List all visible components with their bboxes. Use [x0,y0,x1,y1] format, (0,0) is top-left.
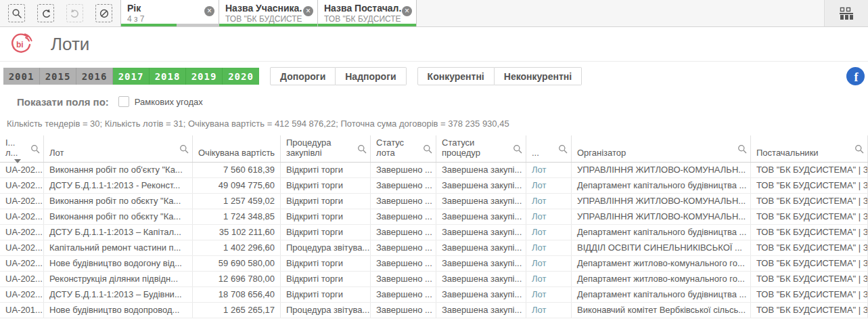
cell-procedure-statuses[interactable]: Завершена закупі... [436,209,526,224]
selection-chip-1[interactable]: Рік4 з 7× [120,0,219,26]
table-row[interactable]: UA-202...Реконструкція ділянки підвідн..… [0,272,868,287]
year-button-2001[interactable]: 2001 [3,68,40,85]
table-row[interactable]: UA-202...Капітальний ремонт частини п...… [0,240,868,256]
cell-suppliers[interactable]: ТОВ "БК БУДСИСТЕМА" | З... [751,272,868,286]
cell-id[interactable]: UA-202... [0,287,44,302]
cell-lot[interactable]: Нове будівництво водопровод... [44,303,193,318]
table-row[interactable]: UA-202...ДСТУ Б.Д.1.1-1:2013 - Реконст..… [0,178,868,194]
step-forward-icon[interactable] [66,4,83,22]
cell-lot[interactable]: ДСТУ Б.Д.1.1-1:2013 – Будівни... [44,287,193,302]
search-icon[interactable] [30,144,40,154]
search-icon[interactable] [179,144,189,154]
cell-lot-status[interactable]: Завершено ... [371,240,436,255]
cell-more[interactable]: Лот [526,287,572,302]
cell-procedure[interactable]: Відкриті торги [281,225,371,240]
cell-suppliers[interactable]: ТОВ "БК БУДСИСТЕМА" | З... [751,209,868,224]
cell-lot-status[interactable]: Завершено ... [371,256,436,271]
cell-id[interactable]: UA-202... [0,225,44,240]
cell-lot[interactable]: Реконструкція ділянки підвідн... [44,272,193,286]
column-header-id[interactable]: І...л... [0,135,44,162]
column-header-procedure[interactable]: Процедуразакупівлі [281,135,371,162]
search-icon[interactable] [423,144,432,154]
cell-suppliers[interactable]: ТОВ "БК БУДСИСТЕМА" | З... [751,225,868,240]
cell-id[interactable]: UA-202... [0,178,44,193]
cell-more[interactable]: Лот [526,272,572,286]
cell-lot[interactable]: Виконання робіт по об'єкту "Ка... [44,163,193,177]
cell-lot[interactable]: Капітальний ремонт частини п... [44,240,193,255]
cell-organizer[interactable]: УПРАВЛІННЯ ЖИТЛОВО-КОМУНАЛЬН... [572,209,751,224]
clear-selections-icon[interactable] [95,4,112,22]
cell-organizer[interactable]: УПРАВЛІННЯ ЖИТЛОВО-КОМУНАЛЬН... [572,163,751,177]
threshold-button-2[interactable]: Надпороги [336,67,406,85]
competition-button-1[interactable]: Конкурентні [417,67,495,85]
column-header-lot-status[interactable]: Статуслота [371,135,436,162]
column-header-suppliers[interactable]: Постачальники [751,135,868,162]
cell-procedure-statuses[interactable]: Завершена закупі... [436,256,526,271]
cell-more[interactable]: Лот [526,194,572,209]
framework-checkbox[interactable] [118,96,129,107]
smart-search-icon[interactable] [8,4,25,22]
cell-more[interactable]: Лот [526,256,572,271]
table-row[interactable]: UA-202...Нове будівництво водогону від..… [0,256,868,272]
cell-procedure[interactable]: Відкриті торги [281,178,371,193]
cell-expected-value[interactable]: 35 102 211,60 [193,225,281,240]
cell-lot-status[interactable]: Завершено ... [371,225,436,240]
search-icon[interactable] [854,144,864,154]
search-icon[interactable] [558,144,568,154]
cell-lot-status[interactable]: Завершено ... [371,163,436,177]
cell-expected-value[interactable]: 1 265 265,17 [193,303,281,318]
facebook-icon[interactable]: f [846,66,865,86]
cell-suppliers[interactable]: ТОВ "БК БУДСИСТЕМА" | З... [751,194,868,209]
cell-organizer[interactable]: Департамент капітального будівництва ... [572,178,751,193]
cell-organizer[interactable]: ВІДДІЛ ОСВІТИ СИНЕЛЬНИКІВСЬКОЇ ... [572,240,751,255]
year-button-2018[interactable]: 2018 [150,68,186,85]
year-button-2020[interactable]: 2020 [223,68,259,85]
year-button-2015[interactable]: 2015 [40,68,76,85]
cell-procedure-statuses[interactable]: Завершена закупі... [436,163,526,177]
cell-expected-value[interactable]: 49 094 775,60 [193,178,281,193]
cell-suppliers[interactable]: ТОВ "БК БУДСИСТЕМА" | З... [751,240,868,255]
cell-lot-status[interactable]: Завершено ... [371,272,436,286]
cell-lot-status[interactable]: Завершено ... [371,194,436,209]
column-header-organizer[interactable]: Організатор [572,135,751,162]
cell-procedure-statuses[interactable]: Завершена закупі... [436,178,526,193]
cell-procedure[interactable]: Відкриті торги [281,209,371,224]
table-row[interactable]: UA-202...Виконання робіт по об'єкту "Ка.… [0,163,868,178]
cell-lot-status[interactable]: Завершено ... [371,178,436,193]
cell-procedure[interactable]: Відкриті торги [281,194,371,209]
cell-more[interactable]: Лот [526,303,572,318]
cell-procedure[interactable]: Відкриті торги [281,163,371,177]
cell-lot[interactable]: Виконання робіт по обєкту "Ка... [44,194,193,209]
cell-more[interactable]: Лот [526,209,572,224]
cell-suppliers[interactable]: ТОВ "БК БУДСИСТЕМА" | З... [751,178,868,193]
cell-lot[interactable]: ДСТУ Б.Д.1.1-1:2013 - Реконст... [44,178,193,193]
table-row[interactable]: UA-202...Виконання робіт по обєкту "Ка..… [0,194,868,209]
cell-lot-status[interactable]: Завершено ... [371,287,436,302]
cell-id[interactable]: UA-202... [0,256,44,271]
year-button-2019[interactable]: 2019 [186,68,223,85]
cell-id[interactable]: UA-202... [0,209,44,224]
cell-lot[interactable]: Нове будівництво водогону від... [44,256,193,271]
sheet-navigator-button[interactable] [824,0,868,26]
cell-procedure[interactable]: Процедура звітува... [281,303,371,318]
column-header-procedure-statuses[interactable]: Статусипроцедур [436,135,526,162]
cell-procedure[interactable]: Процедура звітува... [281,240,371,255]
cell-expected-value[interactable]: 59 690 580,00 [193,256,281,271]
year-button-2017[interactable]: 2017 [113,68,150,85]
cell-organizer[interactable]: Виконавчий комітет Вербківської сільсь..… [572,303,751,318]
cell-procedure[interactable]: Відкриті торги [281,256,371,271]
cell-lot[interactable]: ДСТУ Б.Д.1.1-1:2013 – Капітал... [44,225,193,240]
competition-button-2[interactable]: Неконкурентні [495,67,582,85]
column-header-more[interactable]: ... [526,135,572,162]
cell-procedure[interactable]: Відкриті торги [281,272,371,286]
cell-procedure[interactable]: Відкриті торги [281,287,371,302]
cell-suppliers[interactable]: ТОВ "БК БУДСИСТЕМА" | З... [751,287,868,302]
selection-chip-2[interactable]: Назва Учасника...ТОВ "БК БУДСИСТЕ...× [219,0,318,26]
column-header-expected-value[interactable]: Очікувана вартість [193,135,281,162]
cell-suppliers[interactable]: ТОВ "БК БУДСИСТЕМА" | З... [751,163,868,177]
cell-id[interactable]: UA-202... [0,240,44,255]
cell-expected-value[interactable]: 12 696 780,00 [193,272,281,286]
table-row[interactable]: UA-202...Виконання робіт по обєкту "Ка..… [0,209,868,225]
search-icon[interactable] [737,144,747,154]
remove-selection-icon[interactable]: × [402,6,412,16]
